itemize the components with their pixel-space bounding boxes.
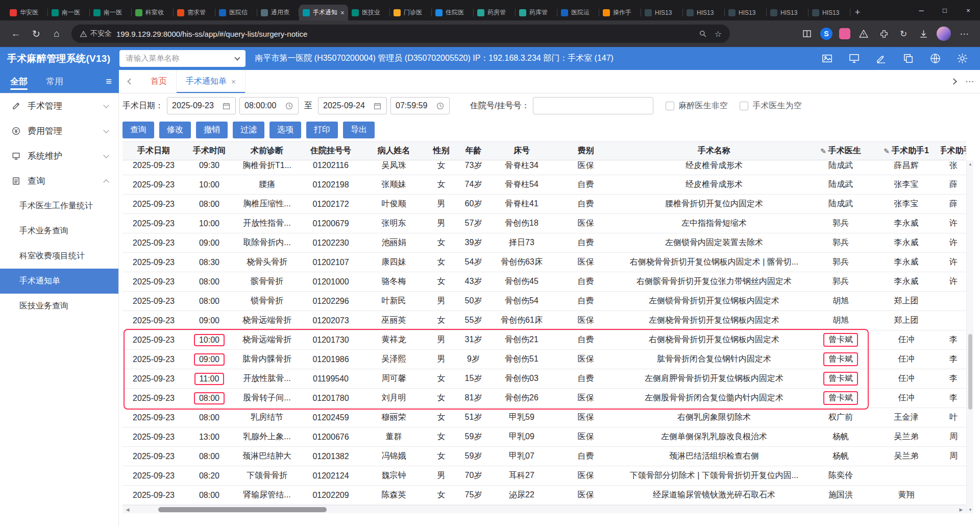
group-tab-all[interactable]: 全部 [10, 70, 28, 93]
tab-surgery-notice[interactable]: 手术通知单 × [177, 70, 246, 93]
column-header[interactable]: 费别 [553, 142, 619, 160]
chevron-right-icon[interactable] [950, 78, 957, 85]
sidebar-subitem[interactable]: 医技业务查询 [0, 294, 118, 319]
address-bar[interactable]: 不安全 199.9.129.29:8000/his-ss/app/#/query… [71, 25, 730, 43]
profile-avatar[interactable] [937, 27, 951, 41]
search-magnifier-icon[interactable] [699, 30, 707, 38]
download-icon[interactable] [917, 27, 930, 40]
browser-tab[interactable]: 医院信 [215, 5, 257, 20]
menu-icon[interactable]: ≡ [106, 76, 112, 87]
browser-tab[interactable]: 药房管 [474, 5, 516, 20]
screenshot-icon[interactable] [820, 52, 834, 65]
table-row[interactable]: 2025-09-2308:20下颌骨骨折01202124魏宗钟男70岁耳科27医… [122, 466, 966, 486]
browser-tab[interactable]: 药库管 [516, 5, 557, 20]
close-window-button[interactable]: × [957, 0, 980, 20]
more-icon[interactable]: ⋯ [958, 27, 971, 40]
table-row[interactable]: 2025-09-2309:30胸椎骨折T1...01202116吴凤珠女73岁骨… [122, 160, 966, 175]
new-tab-button[interactable]: + [850, 5, 865, 19]
settings-gear-icon[interactable] [955, 52, 969, 65]
refresh-icon[interactable]: ↻ [28, 25, 45, 42]
browser-tab[interactable]: 门诊医 [390, 5, 432, 20]
modify-button[interactable]: 修改 [159, 122, 191, 138]
column-header[interactable]: 手术日期 [122, 142, 185, 160]
windows-copy-icon[interactable] [901, 52, 915, 65]
globe-icon[interactable] [928, 52, 942, 65]
column-header[interactable]: 手术时间 [185, 142, 234, 160]
sidebar-item-fee[interactable]: 费用管理 [0, 118, 118, 144]
extensions-puzzle-icon[interactable] [877, 27, 890, 40]
tabs-more-icon[interactable]: ⋯ [965, 76, 974, 87]
table-row[interactable]: 2025-09-2309:00取除骨折内...01202230池丽娟女39岁择日… [122, 233, 966, 253]
checkbox-anesthetist-not-empty[interactable]: 麻醉医生非空 [666, 101, 727, 111]
back-icon[interactable]: ← [7, 25, 24, 42]
monitor-icon[interactable] [847, 52, 861, 65]
browser-tab[interactable]: 操作手 [599, 5, 641, 20]
sider-extension-icon[interactable]: S [820, 28, 832, 40]
split-view-icon[interactable] [800, 27, 814, 40]
sidebar-item-query[interactable]: 查询 [0, 169, 118, 194]
group-tab-common[interactable]: 常用 [46, 70, 63, 93]
menu-search-select[interactable]: 请输入菜单名称 [119, 50, 246, 67]
table-row[interactable]: 2025-09-2309:00桡骨远端骨折01202073巫丽英女55岁骨创伤6… [122, 311, 966, 330]
column-header[interactable]: 性别 [426, 142, 456, 160]
sidebar-item-system[interactable]: 系统维护 [0, 144, 118, 169]
alert-triangle-icon[interactable] [857, 27, 870, 40]
scroll-down-icon[interactable]: ▼ [967, 506, 974, 513]
table-row[interactable]: 2025-09-2308:00髌骨骨折01201000骆冬梅女43岁骨创伤45自… [122, 272, 966, 292]
table-row[interactable]: 2025-09-2308:00胸椎压缩性...01202172叶俊顺男60岁骨脊… [122, 195, 966, 214]
scroll-up-icon[interactable]: ▲ [967, 160, 974, 168]
tabs-scroll-left[interactable] [119, 70, 141, 93]
revoke-button[interactable]: 撤销 [196, 122, 228, 138]
h-scroll-thumb[interactable] [158, 507, 327, 512]
print-button[interactable]: 打印 [306, 122, 338, 138]
vertical-scrollbar[interactable]: ▲ ▼ [966, 160, 973, 513]
signature-pen-icon[interactable] [874, 52, 888, 65]
browser-tab[interactable]: 华安医 [6, 5, 48, 20]
tab-close-icon[interactable]: × [340, 9, 345, 17]
browser-tab[interactable]: 医院运 [557, 5, 599, 20]
maximize-button[interactable]: □ [933, 0, 957, 20]
date-to-input[interactable]: 2025-09-24 [318, 97, 387, 114]
pink-extension-icon[interactable] [839, 28, 850, 39]
browser-tab[interactable]: 南一医 [48, 5, 90, 20]
checkbox-icon[interactable] [666, 102, 674, 110]
column-header[interactable]: 术前诊断 [234, 142, 300, 160]
table-row[interactable]: 2025-09-2310:00腰痛01202198张顺妹女74岁骨脊柱54自费经… [122, 175, 966, 195]
table-row[interactable]: 2025-09-2308:30桡骨头骨折01202107康四妹女54岁骨创伤63… [122, 253, 966, 272]
table-row[interactable]: 2025-09-2308:00颈淋巴结肿大01201382冯锦娥女59岁甲乳07… [122, 447, 966, 466]
minimize-button[interactable]: ─ [910, 0, 933, 20]
column-header[interactable]: 年龄 [456, 142, 491, 160]
browser-tab[interactable]: 南一医 [90, 5, 132, 20]
browser-tab[interactable]: HIS13 [808, 5, 850, 20]
browser-tab[interactable]: 科室收 [132, 5, 174, 20]
table-row[interactable]: 2025-09-2311:00开放性肱骨...01199540周可馨女15岁骨创… [122, 369, 966, 389]
options-button[interactable]: 选项 [270, 122, 301, 138]
sidebar-subitem[interactable]: 手术业务查询 [0, 219, 118, 244]
time-from-input[interactable]: 08:00:00 [239, 97, 299, 114]
browser-tab[interactable]: 通用查 [257, 5, 299, 20]
tab-close-icon[interactable]: × [231, 77, 236, 86]
table-row[interactable]: 2025-09-2310:00开放性指骨...01200679张明东男57岁骨创… [122, 214, 966, 233]
sidebar-subitem[interactable]: 手术通知单 [0, 269, 118, 294]
filter-button[interactable]: 过滤 [233, 122, 264, 138]
sidebar-subitem[interactable]: 手术医生工作量统计 [0, 194, 118, 219]
table-row[interactable]: 2025-09-2310:00桡骨远端骨折01201730黄祥龙男31岁骨创伤2… [122, 330, 966, 350]
export-button[interactable]: 导出 [343, 122, 375, 138]
url-text[interactable]: 199.9.129.29:8000/his-ss/app/#/query-lis… [116, 30, 691, 38]
column-header[interactable]: 手术名称 [619, 142, 810, 160]
browser-tab[interactable]: 手术通知单× [299, 5, 348, 20]
table-row[interactable]: 2025-09-2309:00肱骨内髁骨折01201986吴泽熙男9岁骨创伤51… [122, 350, 966, 369]
table-row[interactable]: 2025-09-2308:00肾输尿管结...01202209陈森英女75岁泌尿… [122, 486, 966, 505]
security-indicator[interactable]: 不安全 [80, 29, 112, 38]
browser-tab[interactable]: HIS13 [767, 5, 808, 20]
date-from-input[interactable]: 2025-09-23 [167, 97, 236, 114]
sidebar-subitem[interactable]: 科室收费项目统计 [0, 244, 118, 269]
query-button[interactable]: 查询 [122, 122, 154, 138]
browser-tab[interactable]: 需求管 [174, 5, 215, 20]
horizontal-scrollbar[interactable]: ◀ ▶ [122, 505, 966, 513]
column-header[interactable]: ✎手术助手1 [872, 142, 941, 160]
favorite-star-icon[interactable]: ☆ [715, 29, 722, 39]
column-header[interactable]: ✎手术医生 [810, 142, 872, 160]
checkbox-surgeon-empty[interactable]: 手术医生为空 [740, 101, 801, 111]
scroll-right-icon[interactable]: ▶ [956, 507, 966, 512]
